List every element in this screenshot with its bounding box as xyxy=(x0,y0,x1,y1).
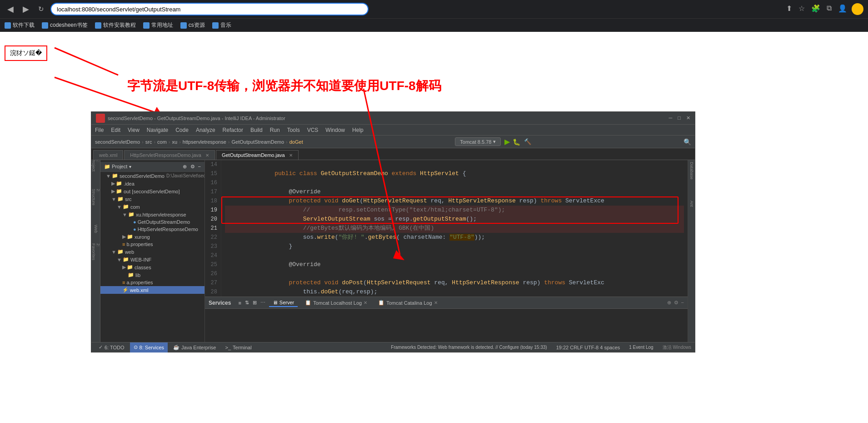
filter-icon[interactable]: ≡ xyxy=(238,300,241,306)
bc-method[interactable]: doGet xyxy=(289,139,303,145)
tree-item-webxml[interactable]: ⚡ web.xml xyxy=(100,286,205,294)
bookmark-install[interactable]: 软件安装教程 xyxy=(95,21,136,29)
nav-forward[interactable]: ▶ xyxy=(20,2,32,16)
bc-project[interactable]: secondServletDemo xyxy=(95,139,140,145)
status-tab-services[interactable]: ⊙ 8: Services xyxy=(130,342,168,352)
menu-refactor[interactable]: Refactor xyxy=(223,127,243,133)
bookmark-cs[interactable]: cs资源 xyxy=(180,21,205,29)
build-icon[interactable]: 🔨 xyxy=(524,138,531,145)
debug-icon[interactable]: 🐛 xyxy=(513,138,520,146)
tab-getoutputstream[interactable]: GetOutputStreamDemo.java ✕ xyxy=(216,150,299,160)
services-tab-server[interactable]: 🖥 Server xyxy=(269,299,298,307)
bc-com[interactable]: com xyxy=(157,139,167,145)
sort-icon[interactable]: ⇅ xyxy=(245,300,249,306)
bookmark-icon[interactable]: ☆ xyxy=(797,3,807,15)
sidebar-structure-icon[interactable]: 2: Structure xyxy=(93,194,99,200)
bookmark-common[interactable]: 常用地址 xyxy=(143,21,173,29)
tree-settings-icon[interactable]: ⚙ xyxy=(190,164,195,169)
tree-item-src[interactable]: ▼ 📁 src xyxy=(100,195,205,203)
run-config-btn[interactable]: Tomcat 8.5.78 ▾ xyxy=(455,137,501,146)
menu-file[interactable]: File xyxy=(95,127,104,133)
more-actions-icon[interactable]: ⋯ xyxy=(260,300,265,306)
database-label[interactable]: Database xyxy=(689,162,694,180)
tree-item-idea[interactable]: ▶ 📁 .idea xyxy=(100,180,205,187)
hide-icon[interactable]: − xyxy=(681,300,684,306)
tree-item-httpservlet[interactable]: ● HttpServletResponseDemo xyxy=(100,226,205,233)
tab-getoutputstream-close[interactable]: ✕ xyxy=(289,153,293,158)
menu-edit[interactable]: Edit xyxy=(111,127,120,133)
group-icon[interactable]: ⊞ xyxy=(253,300,257,306)
tree-add-icon[interactable]: ⊕ xyxy=(183,164,187,169)
bc-xu[interactable]: xu xyxy=(172,139,178,145)
sidebar-favorites-icon[interactable]: 2: Favorites xyxy=(93,248,99,255)
tree-item-webinf[interactable]: ▼ 📁 WEB-INF xyxy=(100,256,205,263)
menu-help[interactable]: Help xyxy=(352,127,364,133)
tree-item-classes[interactable]: ▶ 📁 classes xyxy=(100,263,205,271)
expand-icon[interactable]: ⊕ xyxy=(667,300,671,306)
bookmark-music[interactable]: 音乐 xyxy=(212,21,231,29)
address-bar[interactable]: localhost:8080/secondServlet/getOutputSt… xyxy=(50,3,369,15)
tree-item-web[interactable]: ▼ 📁 web xyxy=(100,248,205,256)
folder-icon-xurong: 📁 xyxy=(127,234,133,240)
sidebar-web-icon[interactable]: Web xyxy=(93,226,99,232)
menu-window[interactable]: Window xyxy=(325,127,345,133)
log2-close[interactable]: ✕ xyxy=(434,300,438,305)
nav-refresh[interactable]: ↻ xyxy=(35,3,47,15)
share-icon[interactable]: ⬆ xyxy=(784,3,794,15)
menu-code[interactable]: Code xyxy=(175,127,189,133)
tree-item-getoutput[interactable]: ● GetOutputStreamDemo xyxy=(100,218,205,226)
bc-src[interactable]: src xyxy=(145,139,152,145)
sidebar-project-icon[interactable]: 1: Project xyxy=(93,162,99,168)
tree-item-xu[interactable]: ▼ 📁 xu.httpservletresponse xyxy=(100,211,205,218)
run-icon[interactable]: ▶ xyxy=(504,137,510,146)
tree-item-webinf-label: WEB-INF xyxy=(130,257,151,262)
code-line-14: public class GetOutputStreamDemo extends… xyxy=(225,160,684,169)
maximize-btn[interactable]: □ xyxy=(678,115,681,121)
close-btn[interactable]: ✕ xyxy=(686,115,690,121)
tree-collapse-icon[interactable]: − xyxy=(198,164,201,169)
menu-vcs[interactable]: VCS xyxy=(307,127,319,133)
tree-item-bprop[interactable]: ≡ b.properties xyxy=(100,241,205,248)
code-content[interactable]: 14 15 16 17 18 19 20 21 22 23 24 25 26 2… xyxy=(205,160,688,297)
log2-icon: 📋 xyxy=(378,300,384,306)
event-log-icon[interactable]: 1 Event Log xyxy=(629,345,653,350)
services-tab-log2[interactable]: 📋 Tomcat Catalina Log ✕ xyxy=(374,299,441,307)
search-icon[interactable]: 🔍 xyxy=(683,138,691,146)
menu-analyze[interactable]: Analyze xyxy=(196,127,215,133)
tree-item-com[interactable]: ▼ 📁 com xyxy=(100,203,205,211)
ant-label[interactable]: Ant xyxy=(689,201,694,207)
profile-icon[interactable]: 👤 xyxy=(836,3,849,15)
minimize-btn[interactable]: ─ xyxy=(669,115,673,121)
avatar[interactable] xyxy=(852,3,863,15)
status-tab-terminal[interactable]: >_ Terminal xyxy=(221,342,255,352)
menu-build[interactable]: Build xyxy=(250,127,263,133)
bc-class[interactable]: GetOutputStreamDemo xyxy=(232,139,284,145)
code-editor[interactable]: 14 15 16 17 18 19 20 21 22 23 24 25 26 2… xyxy=(205,160,688,342)
tree-item-root[interactable]: ▼ 📁 secondServletDemo D:\Java\Servlet\se… xyxy=(100,172,205,180)
tree-dropdown[interactable]: ▾ xyxy=(129,164,131,169)
menu-tools[interactable]: Tools xyxy=(287,127,300,133)
extensions-icon[interactable]: 🧩 xyxy=(809,3,822,15)
log1-close[interactable]: ✕ xyxy=(364,300,367,305)
bookmark-software-download[interactable]: 软件下载 xyxy=(5,21,35,29)
tab-httpservlet[interactable]: HttpServletResponseDemo.java ✕ xyxy=(124,150,215,160)
menu-view[interactable]: View xyxy=(128,127,140,133)
split-icon[interactable]: ⧉ xyxy=(825,3,833,15)
bc-package[interactable]: httpservletresponse xyxy=(183,139,226,145)
tree-item-lib[interactable]: 📁 lib xyxy=(100,271,205,279)
code-text-area[interactable]: public class GetOutputStreamDemo extends… xyxy=(221,160,688,297)
tree-item-out[interactable]: ▶ 📁 out [secondServletDemo] xyxy=(100,187,205,195)
menu-run[interactable]: Run xyxy=(270,127,280,133)
bookmark-codesheen[interactable]: codesheen书签 xyxy=(42,21,88,29)
settings-icon[interactable]: ⚙ xyxy=(674,300,678,306)
tree-item-xurong[interactable]: ▶ 📁 xurong xyxy=(100,233,205,241)
nav-back[interactable]: ◀ xyxy=(5,2,16,16)
status-tab-todo[interactable]: ✓ 6: TODO xyxy=(95,342,128,352)
menu-navigate[interactable]: Navigate xyxy=(147,127,168,133)
tab-webxml[interactable]: web.xml xyxy=(93,150,123,160)
tree-item-aprop[interactable]: ≡ a.properties xyxy=(100,279,205,286)
status-tab-java[interactable]: ☕ Java Enterprise xyxy=(170,342,219,352)
tab-httpservlet-close[interactable]: ✕ xyxy=(205,153,209,158)
services-tab-log1[interactable]: 📋 Tomcat Localhost Log ✕ xyxy=(301,299,371,307)
line-num-23: 23 xyxy=(205,242,217,251)
